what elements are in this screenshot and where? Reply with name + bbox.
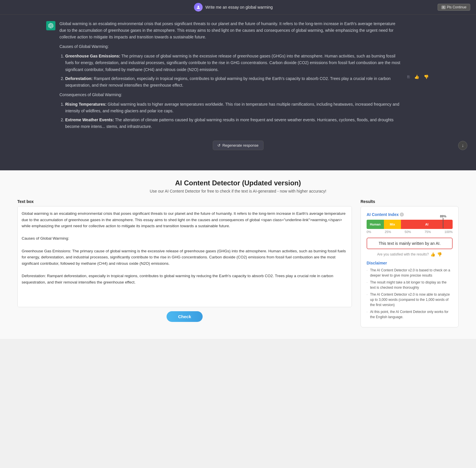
chat-topbar-center: Write me an essay on global warming (29, 3, 438, 12)
satisfaction-row: Are you satisfied with the results? 👍 👎 (367, 252, 453, 257)
textbox-container: Global warming is an escalating environm… (17, 206, 352, 307)
result-text: This text is mainly written by an AI. (379, 241, 441, 246)
consequence-2-title: Extreme Weather Events: (65, 118, 114, 122)
consequences-list: Rising Temperatures: Global warming lead… (59, 101, 402, 130)
copy-button[interactable]: ⎘ (406, 74, 411, 80)
chat-content: Global warming is an escalating environm… (59, 20, 402, 133)
satisfaction-thumbs-down[interactable]: 👎 (437, 252, 442, 257)
scroll-down-icon: ↓ (462, 143, 464, 148)
chat-message: Global warming is an escalating environm… (46, 20, 430, 133)
detector-section: AI Content Detector (Updated version) Us… (0, 170, 476, 339)
k-badge: K (441, 5, 446, 9)
results-section: Results AI Content Index i 89% Human (361, 199, 459, 327)
causes-heading: Causes of Global Warming: (59, 43, 402, 50)
satisfaction-text: Are you satisfied with the results? (377, 252, 429, 256)
cause-2-title: Deforestation: (65, 76, 93, 81)
causes-list: Greenhouse Gas Emissions: The primary ca… (59, 53, 402, 88)
regenerate-icon: ↺ (217, 143, 221, 148)
detector-header: AI Content Detector (Updated version) Us… (17, 179, 459, 193)
continue-label: Pls Continue (447, 5, 466, 9)
disclaimer-list: The AI Content Detector v2.0 is based to… (367, 268, 453, 320)
results-card: AI Content Index i 89% Human Mix (361, 206, 459, 327)
detector-body: Text box Global warming is an escalating… (17, 199, 459, 327)
text-input[interactable]: Global warming is an escalating environm… (22, 210, 348, 303)
disclaimer-item-2: The result might take a bit longer to di… (367, 280, 453, 290)
cause-1-title: Greenhouse Gas Emissions: (65, 54, 120, 58)
chat-actions: ⎘ 👍 👎 (406, 20, 430, 133)
gauge-bar: Human Mix AI (367, 220, 453, 229)
consequence-item-1: Rising Temperatures: Global warming lead… (65, 101, 402, 114)
svg-point-0 (197, 6, 199, 7)
consequences-heading: Consequences of Global Warming: (59, 92, 402, 98)
check-button-container: Check (17, 311, 352, 322)
textbox-section: Text box Global warming is an escalating… (17, 199, 352, 322)
result-text-box: This text is mainly written by an AI. (367, 238, 453, 249)
chat-topbar: Write me an essay on global warming K Pl… (0, 0, 476, 15)
gauge-human: Human (367, 220, 384, 229)
disclaimer-item-4: At this point, the AI Content Detector o… (367, 309, 453, 320)
cause-item-2: Deforestation: Rampant deforestation, es… (65, 75, 402, 89)
thumbs-up-button[interactable]: 👍 (413, 74, 420, 80)
consequence-item-2: Extreme Weather Events: The alteration o… (65, 117, 402, 130)
satisfaction-thumbs-up[interactable]: 👍 (430, 252, 435, 257)
gauge-mix: Mix (384, 220, 401, 229)
scroll-bottom-button[interactable]: ↓ (458, 141, 467, 150)
disclaimer-item-3: The AI Content Detector v2.0 is now able… (367, 292, 453, 307)
consequence-1-title: Rising Temperatures: (65, 102, 107, 107)
disclaimer-item-1: The AI Content Detector v2.0 is based to… (367, 268, 453, 278)
check-button[interactable]: Check (167, 311, 203, 322)
info-icon[interactable]: i (400, 212, 404, 217)
disclaimer-title: Disclaimer (367, 261, 453, 265)
textbox-label: Text box (17, 199, 352, 204)
detector-title: AI Content Detector (Updated version) (17, 179, 459, 187)
gauge-container: 89% Human Mix AI 0% (367, 220, 453, 234)
gauge-ai: AI (401, 220, 453, 229)
chat-messages: Global warming is an escalating environm… (0, 15, 476, 156)
cause-item-1: Greenhouse Gas Emissions: The primary ca… (65, 53, 402, 73)
chat-title: Write me an essay on global warming (206, 5, 273, 10)
chat-section: Write me an essay on global warming K Pl… (0, 0, 476, 170)
gpt-icon (46, 21, 55, 30)
detector-subtitle: Use our AI Content Detector for free to … (17, 189, 459, 193)
thumbs-down-button[interactable]: 👎 (423, 74, 430, 80)
regenerate-label: Regenerate response (222, 143, 258, 148)
continue-button[interactable]: K Pls Continue (438, 4, 470, 11)
regenerate-button[interactable]: ↺ Regenerate response (212, 141, 263, 150)
gauge-marker: 89% (440, 215, 446, 218)
intro-paragraph: Global warming is an escalating environm… (59, 20, 402, 40)
results-label: Results (361, 199, 459, 204)
gauge-labels: 0% 25% 50% 75% 100% (367, 230, 453, 234)
user-avatar (194, 3, 203, 12)
